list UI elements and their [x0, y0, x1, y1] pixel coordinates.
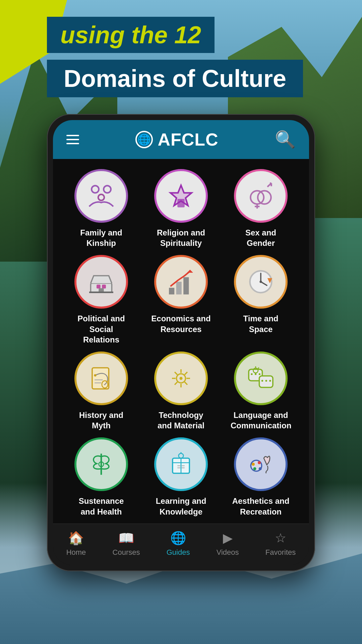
svg-point-1 [104, 185, 111, 193]
domain-circle-political-social [74, 255, 128, 309]
domain-circle-learning-knowledge [154, 437, 208, 491]
svg-point-43 [259, 373, 260, 375]
domain-item-aesthetics-recreation[interactable]: Aesthetics and Recreation [223, 437, 299, 517]
globe-icon: 🌐 [135, 131, 153, 148]
domain-circle-religion-spirituality [154, 169, 208, 223]
nav-item-guides[interactable]: 🌐Guides [167, 531, 190, 557]
svg-point-22 [259, 281, 262, 283]
header-line1: using the 12 [60, 21, 201, 48]
svg-rect-3 [177, 199, 185, 207]
nav-icon-home: 🏠 [68, 531, 84, 545]
header-line2: Domains of Culture [64, 65, 286, 92]
nav-icon-videos: ▶ [223, 531, 233, 545]
svg-rect-44 [259, 376, 273, 387]
domain-label-political-social: Political and Social Relations [71, 313, 131, 345]
svg-line-38 [185, 372, 187, 375]
nav-item-videos[interactable]: ▶Videos [217, 531, 239, 557]
nav-label-guides: Guides [167, 548, 190, 557]
header-top-box: using the 12 [47, 17, 215, 53]
nav-item-courses[interactable]: 📖Courses [113, 531, 140, 557]
domain-circle-history-myth [74, 352, 128, 405]
domain-circle-economics-resources [154, 255, 208, 309]
phone-inner: 🌐 AFCLC 🔍 Family and Kinship Religion an… [53, 120, 309, 565]
svg-rect-15 [169, 288, 174, 294]
svg-point-25 [94, 374, 96, 376]
phone-wrapper: 🌐 AFCLC 🔍 Family and Kinship Religion an… [47, 114, 315, 571]
domain-circle-sustenance-health [74, 437, 128, 491]
domain-item-history-myth[interactable]: History and Myth [63, 352, 139, 431]
app-header-title: 🌐 AFCLC [135, 129, 218, 150]
domain-circle-time-space [234, 255, 288, 309]
nav-label-courses: Courses [113, 548, 140, 557]
svg-point-45 [261, 380, 263, 381]
nav-label-home: Home [66, 548, 86, 557]
svg-rect-24 [92, 368, 109, 389]
domain-circle-aesthetics-recreation [234, 437, 288, 491]
domain-label-language-communication: Language and Communication [231, 410, 291, 431]
domain-label-economics-resources: Economics and Resources [151, 313, 211, 334]
phone-outer: 🌐 AFCLC 🔍 Family and Kinship Religion an… [47, 114, 315, 571]
nav-icon-favorites: ☆ [275, 531, 286, 545]
domain-label-sustenance-health: Sustenance and Health [71, 496, 131, 517]
domain-label-sex-gender: Sex and Gender [231, 227, 291, 248]
domain-circle-technology-material [154, 352, 208, 405]
svg-point-47 [269, 380, 271, 381]
domain-circle-sex-gender [234, 169, 288, 223]
svg-rect-16 [176, 282, 182, 294]
domain-label-aesthetics-recreation: Aesthetics and Recreation [231, 496, 291, 517]
nav-label-favorites: Favorites [265, 548, 296, 557]
domain-grid: Family and Kinship Religion and Spiritua… [53, 159, 309, 524]
app-title: AFCLC [158, 129, 218, 150]
svg-point-64 [259, 467, 262, 470]
domain-label-technology-material: Technology and Material [151, 410, 211, 431]
domain-item-sustenance-health[interactable]: Sustenance and Health [63, 437, 139, 517]
svg-point-62 [252, 463, 255, 466]
domain-item-religion-spirituality[interactable]: Religion and Spirituality [143, 169, 219, 248]
bottom-nav: 🏠Home📖Courses🌐Guides▶Videos☆Favorites [53, 524, 309, 565]
domain-item-political-social[interactable]: Political and Social Relations [63, 255, 139, 345]
svg-point-42 [255, 373, 256, 375]
header-bottom-box: Domains of Culture [47, 60, 303, 97]
app-header: 🌐 AFCLC 🔍 [53, 120, 309, 159]
domain-label-religion-spirituality: Religion and Spirituality [151, 227, 211, 248]
svg-point-46 [265, 380, 267, 381]
domain-circle-language-communication [234, 352, 288, 405]
domain-label-time-space: Time and Space [231, 313, 291, 334]
nav-item-favorites[interactable]: ☆Favorites [265, 531, 296, 557]
nav-icon-guides: 🌐 [170, 531, 186, 545]
domain-item-technology-material[interactable]: Technology and Material [143, 352, 219, 431]
nav-label-videos: Videos [217, 548, 239, 557]
domain-item-family-kinship[interactable]: Family and Kinship [63, 169, 139, 248]
nav-item-home[interactable]: 🏠Home [66, 531, 86, 557]
svg-point-63 [253, 467, 256, 470]
domain-item-learning-knowledge[interactable]: Learning and Knowledge [143, 437, 219, 517]
hamburger-menu[interactable] [66, 135, 79, 144]
svg-point-41 [251, 373, 252, 375]
domain-item-economics-resources[interactable]: Economics and Resources [143, 255, 219, 345]
domain-item-sex-gender[interactable]: Sex and Gender [223, 169, 299, 248]
svg-line-37 [185, 382, 187, 385]
domain-circle-family-kinship [74, 169, 128, 223]
svg-marker-18 [187, 270, 193, 273]
svg-rect-12 [97, 285, 101, 288]
domain-label-history-myth: History and Myth [71, 410, 131, 431]
svg-rect-13 [102, 285, 106, 288]
svg-point-0 [92, 185, 99, 193]
svg-line-36 [175, 372, 177, 375]
svg-line-39 [175, 382, 177, 385]
domain-item-language-communication[interactable]: Language and Communication [223, 352, 299, 431]
nav-icon-courses: 📖 [118, 531, 134, 545]
header-banner: using the 12 Domains of Culture [47, 17, 303, 97]
domain-label-learning-knowledge: Learning and Knowledge [151, 496, 211, 517]
svg-point-54 [179, 453, 183, 458]
svg-point-61 [258, 461, 261, 464]
domain-label-family-kinship: Family and Kinship [71, 227, 131, 248]
svg-point-2 [98, 195, 104, 201]
search-button[interactable]: 🔍 [275, 130, 296, 149]
svg-point-31 [180, 377, 183, 380]
domain-item-time-space[interactable]: Time and Space [223, 255, 299, 345]
svg-rect-17 [183, 277, 189, 294]
